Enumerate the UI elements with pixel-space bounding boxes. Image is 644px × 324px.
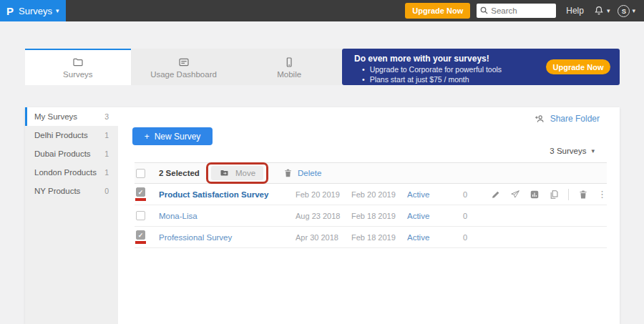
sidebar-item-my-surveys[interactable]: My Surveys 3 <box>25 107 118 126</box>
main-panel: My Surveys 3 Delhi Products 1 Dubai Prod… <box>25 107 620 324</box>
send-icon[interactable] <box>510 190 520 200</box>
chevron-down-icon: ▾ <box>56 8 59 14</box>
tab-label: Usage Dashboard <box>150 70 217 79</box>
created-date: Feb 20 2019 <box>296 190 351 199</box>
sidebar-item-london-products[interactable]: London Products 1 <box>25 163 118 182</box>
tab-label: Surveys <box>63 70 93 79</box>
status-link[interactable]: Active <box>407 233 463 242</box>
folder-label: My Surveys <box>34 112 77 121</box>
chevron-down-icon: ▾ <box>607 8 610 14</box>
responses-count: 0 <box>463 190 489 199</box>
section-tabs: Surveys Usage Dashboard Mobile <box>25 49 342 85</box>
reports-icon[interactable] <box>530 190 540 200</box>
status-link[interactable]: Active <box>407 212 463 220</box>
surveys-count-label: 3 Surveys <box>550 147 586 155</box>
folder-count: 0 <box>104 187 109 195</box>
upgrade-banner: Do even more with your surveys! Upgrade … <box>342 49 620 85</box>
search-box <box>477 4 556 18</box>
topbar-right: Upgrade Now Help ▾ S ▾ <box>405 3 644 19</box>
surveys-count-dropdown[interactable]: 3 Surveys ▾ <box>550 147 595 155</box>
banner-bullet: Upgrade to Corporate for powerful tools <box>362 65 502 74</box>
folder-icon <box>72 57 84 68</box>
edit-pencil-icon[interactable] <box>491 190 501 200</box>
product-switcher-label: Surveys <box>19 6 52 16</box>
proprofs-logo: P <box>6 5 14 17</box>
row-checkbox[interactable]: ✓ <box>136 230 145 240</box>
folder-move-icon <box>219 169 230 177</box>
chevron-down-icon: ▾ <box>591 148 595 154</box>
tab-usage-dashboard[interactable]: Usage Dashboard <box>131 49 237 85</box>
top-bar: P Surveys ▾ Upgrade Now Help ▾ S ▾ <box>0 0 644 21</box>
search-icon <box>479 6 489 15</box>
product-switcher[interactable]: Surveys ▾ <box>19 6 59 16</box>
table-row: Mona-Lisa Aug 23 2018 Feb 18 2019 Active… <box>135 205 607 227</box>
move-button-wrap: Move <box>211 166 263 180</box>
tab-mobile[interactable]: Mobile <box>236 49 342 85</box>
avatar: S <box>618 5 630 17</box>
move-button[interactable]: Move <box>211 166 263 180</box>
tab-surveys[interactable]: Surveys <box>25 49 131 85</box>
created-date: Apr 30 2018 <box>296 233 351 242</box>
annotation-underline <box>135 198 146 201</box>
folder-label: Delhi Products <box>34 131 88 139</box>
table-row: ✓ Professional Survey Apr 30 2018 Feb 18… <box>135 227 607 248</box>
modified-date: Feb 18 2019 <box>351 233 407 242</box>
survey-title-link[interactable]: Product Satisfaction Survey <box>159 190 296 199</box>
new-survey-label: New Survey <box>155 132 201 142</box>
modified-date: Feb 20 2019 <box>351 190 407 199</box>
selected-count: 2 Selected <box>159 169 200 177</box>
surveys-table: 2 Selected Move Delete ✓ <box>135 162 607 248</box>
banner-bullet: Plans start at just $75 / month <box>362 75 502 84</box>
sidebar-item-ny-products[interactable]: NY Products 0 <box>25 182 118 200</box>
account-menu[interactable]: S ▾ <box>618 5 635 17</box>
surveys-content: Share Folder + New Survey 3 Surveys ▾ 2 … <box>118 107 620 324</box>
folder-count: 1 <box>104 149 109 158</box>
move-button-label: Move <box>235 169 255 177</box>
folder-count: 1 <box>104 131 109 139</box>
sidebar-item-delhi-products[interactable]: Delhi Products 1 <box>25 126 118 144</box>
trash-icon <box>283 168 293 178</box>
row-checkbox[interactable] <box>136 211 145 220</box>
select-all-checkbox[interactable] <box>136 169 145 178</box>
delete-button-label: Delete <box>298 169 321 177</box>
folder-count: 3 <box>104 112 109 121</box>
status-link[interactable]: Active <box>407 190 463 199</box>
notifications-menu[interactable]: ▾ <box>593 5 610 16</box>
survey-title-link[interactable]: Mona-Lisa <box>159 212 296 220</box>
folder-label: NY Products <box>34 187 80 195</box>
bulk-actions-row: 2 Selected Move Delete <box>135 162 607 184</box>
bell-icon <box>593 5 605 16</box>
mobile-icon <box>283 57 296 68</box>
more-options-icon[interactable]: ⋮ <box>597 190 607 199</box>
share-folder-link[interactable]: Share Folder <box>534 114 600 124</box>
sidebar-item-dubai-products[interactable]: Dubai Products 1 <box>25 144 118 163</box>
folders-sidebar: My Surveys 3 Delhi Products 1 Dubai Prod… <box>25 107 118 324</box>
folder-count: 1 <box>104 168 109 177</box>
created-date: Aug 23 2018 <box>296 212 351 220</box>
upgrade-now-button[interactable]: Upgrade Now <box>405 3 470 19</box>
dashboard-icon <box>177 57 190 68</box>
share-folder-label: Share Folder <box>550 114 600 124</box>
survey-title-link[interactable]: Professional Survey <box>159 233 296 242</box>
new-survey-button[interactable]: + New Survey <box>132 127 213 145</box>
share-user-icon <box>534 114 545 124</box>
banner-title: Do even more with your surveys! <box>354 54 489 64</box>
banner-upgrade-button[interactable]: Upgrade Now <box>546 59 610 74</box>
plus-icon: + <box>145 132 150 142</box>
folder-label: London Products <box>34 168 97 177</box>
chevron-down-icon: ▾ <box>632 8 635 14</box>
logo-area[interactable]: P Surveys ▾ <box>0 0 66 21</box>
trash-icon[interactable] <box>578 190 588 200</box>
annotation-underline <box>135 241 146 244</box>
tab-label: Mobile <box>277 70 301 79</box>
banner-bullet-list: Upgrade to Corporate for powerful tools … <box>362 65 502 85</box>
help-link[interactable]: Help <box>566 6 584 16</box>
row-actions: ⋮ <box>489 189 607 200</box>
modified-date: Feb 18 2019 <box>351 212 407 220</box>
copy-icon[interactable] <box>549 190 559 200</box>
folder-label: Dubai Products <box>34 149 91 158</box>
row-checkbox[interactable]: ✓ <box>136 187 145 197</box>
delete-button[interactable]: Delete <box>283 168 321 178</box>
responses-count: 0 <box>463 212 489 220</box>
responses-count: 0 <box>463 233 489 242</box>
